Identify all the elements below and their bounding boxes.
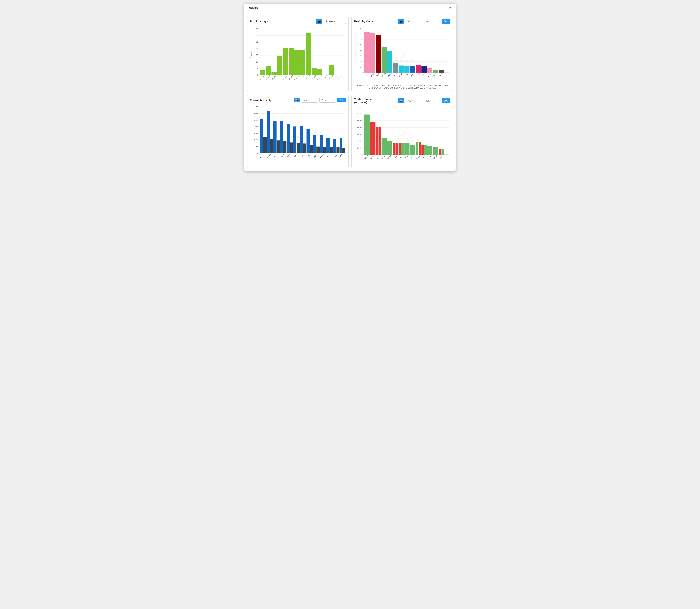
chart-profit-by-days: Profit by days 📷 ⬡ TOTALPROFIT.IO TRADE … — [247, 16, 348, 92]
txn-bar-eth-v2 — [330, 147, 333, 153]
chart4-year-filter[interactable] — [424, 98, 440, 103]
chart1-header: Profit by days 📷 — [250, 19, 346, 24]
txn-bar-bake-v1 — [340, 138, 342, 153]
txn-bar-atom-v1 — [273, 121, 276, 153]
svg-text:SOL: SOL — [300, 154, 304, 158]
bar-13 — [329, 65, 334, 75]
vol-bar-doge-g — [373, 122, 375, 155]
svg-text:Profit, $: Profit, $ — [354, 50, 356, 57]
txn-bar-bake-v2 — [342, 147, 345, 153]
svg-text:NEAR: NEAR — [280, 154, 284, 158]
chart4-area: ⬡ TOTALPROFIT.IO TRADE SMARTER • TRADE B… — [354, 106, 450, 166]
chart4-month-filter[interactable] — [406, 98, 422, 103]
svg-text:SOL: SOL — [405, 73, 408, 77]
svg-text:5: 5 — [257, 68, 258, 70]
txn-bar-atom-v2 — [277, 140, 280, 153]
svg-text:05.12.23: 05.12.23 — [317, 75, 322, 80]
close-button[interactable]: × — [447, 6, 453, 11]
chart2-month-filter[interactable] — [406, 19, 422, 24]
bar-3 — [271, 72, 276, 75]
svg-text:ADA: ADA — [393, 155, 397, 159]
chart3-ok-button[interactable]: OK — [337, 98, 346, 102]
chart3-camera-button[interactable]: 📷 — [294, 98, 300, 102]
svg-text:15: 15 — [256, 54, 258, 56]
svg-text:1 800: 1 800 — [358, 25, 362, 26]
svg-text:1 000: 1 000 — [358, 44, 362, 46]
svg-text:NEAR: NEAR — [398, 72, 403, 77]
txn-bar-dot-v2 — [290, 142, 293, 153]
txn-bar-ada-v1 — [293, 126, 296, 153]
txn-bar-c98-v1 — [307, 129, 310, 153]
svg-text:VET: VET — [334, 154, 337, 158]
svg-text:Profit, $: Profit, $ — [250, 52, 252, 58]
svg-text:2 000: 2 000 — [254, 126, 258, 127]
svg-text:1PER: 1PER — [370, 73, 374, 77]
modal-title: Charts — [247, 6, 258, 10]
txn-bar-sol-v1 — [300, 125, 303, 153]
vol-bar-bake-r — [419, 142, 421, 155]
modal-header: Charts × — [244, 4, 456, 13]
chart1-coins-filter[interactable] — [324, 19, 346, 24]
txn-bar-doge-v2 — [263, 137, 267, 153]
svg-text:2 500: 2 500 — [254, 119, 258, 121]
txn-bar-c98-v2 — [310, 145, 313, 153]
svg-text:ATOM: ATOM — [393, 72, 397, 77]
txn-bar-vet-v1 — [333, 139, 336, 153]
svg-text:500: 500 — [255, 145, 258, 147]
svg-text:ADA: ADA — [410, 73, 414, 77]
chart4-ok-button[interactable]: OK — [442, 99, 450, 103]
svg-text:DOT: DOT — [410, 155, 414, 159]
charts-modal: Charts × Profit by days 📷 ⬡ TOTALPROFIT.… — [244, 4, 456, 171]
svg-text:200: 200 — [360, 66, 362, 68]
svg-text:1INCH: 1INCH — [381, 72, 386, 77]
coin-bar-1per — [370, 33, 375, 72]
svg-text:30.11.23: 30.11.23 — [288, 75, 294, 80]
svg-text:60 000: 60 000 — [357, 133, 362, 135]
svg-text:LUNA: LUNA — [416, 72, 420, 77]
svg-text:03.12.23: 03.12.23 — [306, 75, 311, 80]
vol-bar-1inch — [433, 147, 438, 154]
svg-text:800: 800 — [360, 50, 362, 51]
chart3-month-filter[interactable] — [302, 98, 318, 103]
chart-profit-by-coins: Profit by Coins 📷 OK ⬡ TOTALPROFIT.IO TR… — [352, 16, 453, 92]
chart4-camera-button[interactable]: 📷 — [398, 99, 404, 103]
txn-bar-ada-v2 — [296, 143, 300, 153]
chart2-camera-button[interactable]: 📷 — [398, 19, 404, 24]
chart2-year-filter[interactable] — [424, 19, 440, 24]
txn-bar-vet-v2 — [336, 147, 339, 153]
coin-bar-eth — [364, 32, 370, 72]
vol-bar-eth-g — [379, 127, 381, 155]
coin-bar-1inch — [381, 47, 387, 72]
txn-bar-dot-v1 — [287, 124, 290, 153]
bar-11 — [317, 69, 322, 75]
svg-text:1INCH: 1INCH — [433, 155, 438, 160]
svg-text:07.12.23: 07.12.23 — [323, 75, 328, 80]
svg-text:3 000: 3 000 — [254, 112, 258, 114]
svg-text:35: 35 — [256, 28, 258, 30]
chart4-header: Trade volume (turnover) 📷 OK — [354, 98, 450, 104]
vol-bar-super — [364, 115, 370, 155]
txn-bar-cake-v2 — [323, 146, 326, 153]
chart2-ok-button[interactable]: OK — [442, 19, 450, 23]
svg-text:04.12.23: 04.12.23 — [311, 75, 317, 80]
txn-bar-cake-v1 — [320, 135, 323, 153]
chart1-camera-button[interactable]: 📷 — [316, 19, 323, 24]
chart2-area: ⬡ TOTALPROFIT.IO TRADE SMARTER • TRADE B… — [354, 25, 450, 89]
svg-text:ETH: ETH — [365, 73, 369, 77]
svg-text:CAKE: CAKE — [427, 73, 432, 77]
svg-text:BAKE: BAKE — [416, 155, 420, 159]
chart-trade-volume: Trade volume (turnover) 📷 OK ⬡ TOTALPROF… — [352, 95, 453, 168]
bar-2 — [266, 66, 271, 75]
svg-text:100 000: 100 000 — [357, 120, 362, 122]
bar-4 — [277, 56, 283, 75]
svg-text:30: 30 — [256, 34, 258, 36]
vol-bar-atom — [381, 138, 387, 155]
vol-bar-dot — [410, 144, 415, 155]
svg-text:20: 20 — [256, 48, 258, 50]
svg-text:SUPER: SUPER — [364, 155, 369, 160]
svg-text:1 400: 1 400 — [358, 33, 362, 35]
chart3-year-filter[interactable] — [319, 98, 336, 103]
svg-text:DOT: DOT — [422, 73, 426, 77]
txn-bar-eth-v1 — [326, 138, 329, 153]
svg-text:29.11.23: 29.11.23 — [283, 75, 288, 80]
